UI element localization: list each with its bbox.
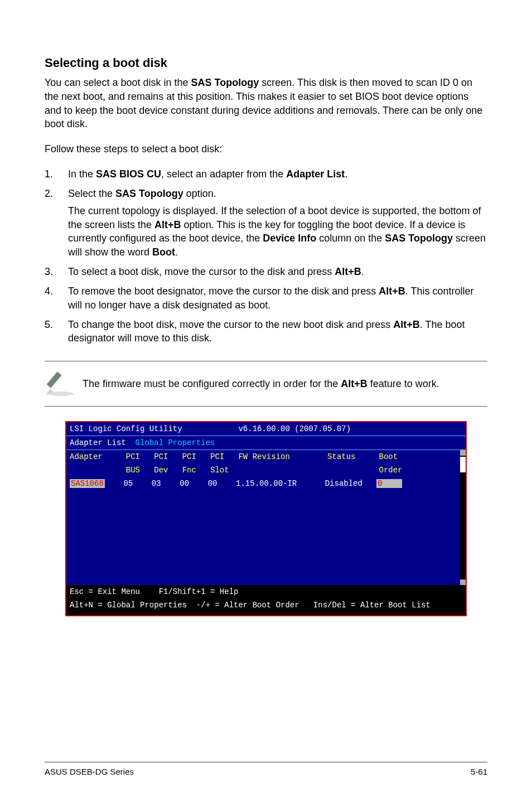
step-4: 4. To remove the boot designator, move t…: [45, 284, 487, 312]
scroll-down-icon[interactable]: [460, 579, 466, 585]
terminal-footer-line-2: Alt+N = Global Properties -/+ = Alter Bo…: [66, 598, 466, 612]
step-text: In the SAS BIOS CU, select an adapter fr…: [68, 167, 487, 181]
note-text: The firmware must be configured correctl…: [80, 377, 487, 390]
step-5: 5. To change the boot disk, move the cur…: [45, 318, 487, 346]
step-3: 3. To select a boot disk, move the curso…: [45, 265, 487, 279]
step-2: 2. Select the SAS Topology option. The c…: [45, 187, 487, 259]
note-callout: The firmware must be configured correctl…: [45, 361, 487, 407]
svg-point-2: [49, 392, 74, 396]
step-text: To change the boot disk, move the cursor…: [68, 318, 487, 346]
step-number: 2.: [45, 187, 68, 259]
page-footer: ASUS DSEB-DG Series 5-61: [45, 762, 487, 776]
steps-list: 1. In the SAS BIOS CU, select an adapter…: [45, 167, 487, 345]
intro-text-a: You can select a boot disk in the: [45, 77, 191, 88]
step-number: 4.: [45, 284, 68, 312]
intro-bold-1: SAS Topology: [191, 77, 259, 88]
divider: [45, 406, 487, 407]
follow-steps-text: Follow these steps to select a boot disk…: [45, 142, 487, 156]
step-1: 1. In the SAS BIOS CU, select an adapter…: [45, 167, 487, 181]
scrollbar[interactable]: [460, 450, 466, 585]
terminal-empty-area: [66, 490, 466, 585]
table-header-row-1: Adapter PCI PCI PCI PCI FW Revision Stat…: [66, 450, 466, 463]
intro-paragraph: You can select a boot disk in the SAS To…: [45, 76, 487, 131]
step-number: 5.: [45, 318, 68, 346]
step-text: Select the SAS Topology option. The curr…: [68, 187, 487, 259]
terminal-breadcrumb: Adapter List Global Properties: [66, 436, 466, 450]
terminal-title: LSI Logic Config Utility v6.16.00.00 (20…: [66, 422, 466, 436]
terminal-footer-line-1: Esc = Exit Menu F1/Shift+1 = Help: [66, 585, 466, 598]
step-number: 3.: [45, 265, 68, 279]
footer-left: ASUS DSEB-DG Series: [45, 767, 134, 776]
svg-rect-0: [47, 372, 62, 388]
scroll-up-icon[interactable]: [460, 450, 466, 456]
adapter-row-values: 05 03 00 00 1.15.00.00-IR Disabled: [105, 479, 376, 488]
scroll-thumb[interactable]: [460, 457, 466, 472]
step-number: 1.: [45, 167, 68, 181]
table-header-row-2: BUS Dev Fnc Slot Order: [66, 463, 466, 477]
boot-order-cell[interactable]: 0: [376, 479, 402, 488]
step-sub-text: The current topology is displayed. If th…: [68, 204, 487, 259]
step-text: To remove the boot designator, move the …: [68, 284, 487, 312]
bios-terminal: LSI Logic Config Utility v6.16.00.00 (20…: [65, 421, 467, 616]
table-row[interactable]: SAS1068 05 03 00 00 1.15.00.00-IR Disabl…: [66, 477, 466, 490]
section-heading: Selecting a boot disk: [45, 56, 487, 70]
pencil-note-icon: [45, 367, 80, 400]
step-text: To select a boot disk, move the cursor t…: [68, 265, 487, 279]
crumb-global-properties[interactable]: Global Properties: [130, 438, 215, 447]
crumb-adapter-list[interactable]: Adapter List: [70, 438, 130, 447]
adapter-selected-cell[interactable]: SAS1068: [70, 479, 105, 488]
footer-page-number: 5-61: [471, 767, 487, 776]
